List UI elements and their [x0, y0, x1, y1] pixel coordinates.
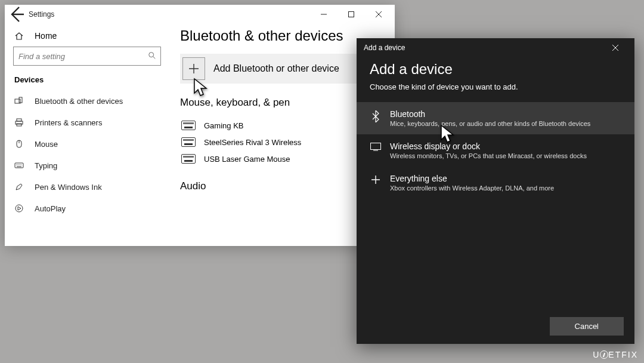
option-wireless-display[interactable]: Wireless display or dock Wireless monito…: [357, 134, 634, 167]
keyboard-icon: [181, 121, 196, 130]
page-title: Bluetooth & other devices: [180, 27, 384, 44]
keyboard-icon: [181, 154, 196, 164]
plus-icon: [188, 63, 199, 74]
sidebar-item-pen[interactable]: Pen & Windows Ink: [13, 176, 161, 198]
device-row[interactable]: USB Laser Game Mouse: [180, 150, 384, 167]
sidebar-item-bluetooth-devices[interactable]: Bluetooth & other devices: [13, 90, 161, 112]
device-name: USB Laser Game Mouse: [204, 155, 290, 164]
close-icon: [376, 11, 382, 17]
device-name: SteelSeries Rival 3 Wireless: [204, 138, 301, 147]
sidebar-item-label: Typing: [35, 161, 57, 170]
category-heading: Devices: [14, 75, 161, 84]
dialog-titlebar-text: Add a device: [364, 44, 405, 52]
add-device-dialog: Add a device Add a device Choose the kin…: [357, 38, 634, 344]
close-button[interactable]: [365, 5, 392, 24]
home-link[interactable]: Home: [13, 27, 161, 47]
sidebar-item-label: Bluetooth & other devices: [35, 97, 123, 106]
arrow-left-icon: [7, 5, 26, 24]
section-heading: Mouse, keyboard, & pen: [180, 97, 384, 109]
home-icon: [14, 31, 24, 41]
sidebar-item-typing[interactable]: Typing: [13, 155, 161, 176]
keyboard-icon: [181, 137, 196, 147]
maximize-icon: [348, 11, 354, 17]
svg-point-9: [16, 205, 23, 212]
svg-rect-5: [17, 119, 21, 121]
device-row[interactable]: Gaming KB: [180, 117, 384, 134]
option-title: Everything else: [390, 174, 554, 183]
mouse-icon: [14, 139, 24, 149]
autoplay-icon: [14, 204, 24, 213]
sidebar-item-label: AutoPlay: [35, 204, 66, 213]
settings-window: Settings Home Devices Bluetooth & other …: [5, 5, 395, 246]
sidebar-item-label: Pen & Windows Ink: [35, 183, 102, 192]
add-device-button[interactable]: [182, 57, 205, 80]
search-icon: [148, 51, 156, 60]
back-button[interactable]: [7, 5, 26, 24]
sidebar: Home Devices Bluetooth & other devices P…: [5, 24, 169, 246]
section-heading: Audio: [180, 180, 384, 192]
pen-icon: [14, 182, 24, 192]
sidebar-item-autoplay[interactable]: AutoPlay: [13, 198, 161, 219]
svg-rect-8: [15, 163, 23, 168]
home-label: Home: [35, 31, 57, 41]
sidebar-item-label: Mouse: [35, 140, 58, 149]
window-title: Settings: [29, 10, 54, 19]
option-bluetooth[interactable]: Bluetooth Mice, keyboards, pens, or audi…: [357, 102, 634, 134]
close-icon: [612, 45, 618, 51]
option-everything-else[interactable]: Everything else Xbox controllers with Wi…: [357, 167, 634, 199]
minimize-icon: [321, 11, 327, 17]
sidebar-item-mouse[interactable]: Mouse: [13, 133, 161, 155]
svg-point-1: [149, 53, 154, 57]
dialog-titlebar: Add a device: [357, 38, 634, 57]
dialog-close-button[interactable]: [603, 38, 627, 57]
option-desc: Wireless monitors, TVs, or PCs that use …: [390, 152, 587, 159]
sidebar-item-printers[interactable]: Printers & scanners: [13, 112, 161, 133]
dialog-subheading: Choose the kind of device you want to ad…: [370, 82, 621, 91]
dialog-heading: Add a device: [370, 61, 621, 78]
add-device-label: Add Bluetooth or other device: [213, 63, 339, 74]
device-row[interactable]: SteelSeries Rival 3 Wireless: [180, 134, 384, 150]
minimize-button[interactable]: [310, 5, 338, 24]
device-name: Gaming KB: [204, 121, 243, 130]
bluetooth-icon: [371, 110, 380, 122]
add-device-row[interactable]: Add Bluetooth or other device: [180, 54, 384, 84]
plus-icon: [371, 175, 380, 184]
option-desc: Xbox controllers with Wireless Adapter, …: [390, 184, 554, 192]
option-title: Bluetooth: [390, 109, 590, 119]
watermark: UETFIX: [593, 349, 638, 359]
search-input[interactable]: [13, 47, 161, 66]
device-icon: [14, 96, 24, 106]
svg-rect-10: [371, 143, 381, 150]
cancel-button[interactable]: Cancel: [550, 317, 624, 336]
search-wrap: [13, 47, 161, 66]
titlebar: Settings: [5, 5, 395, 24]
option-desc: Mice, keyboards, pens, or audio and othe…: [390, 120, 590, 127]
option-title: Wireless display or dock: [390, 141, 587, 151]
sidebar-item-label: Printers & scanners: [35, 118, 102, 127]
maximize-button[interactable]: [338, 5, 365, 24]
printer-icon: [14, 118, 24, 127]
svg-rect-0: [349, 12, 354, 17]
display-icon: [370, 143, 381, 151]
keyboard-icon: [14, 161, 24, 170]
